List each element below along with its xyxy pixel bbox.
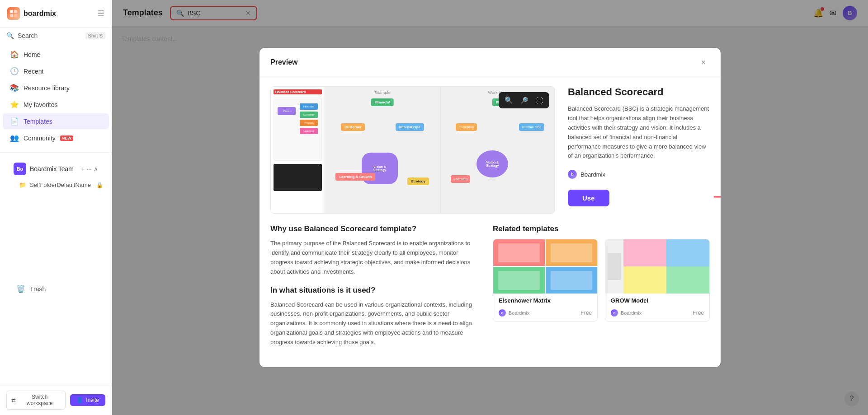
zoom-out-button[interactable]: 🔎 <box>518 94 530 107</box>
thumb-cell-1 <box>493 239 545 266</box>
favorites-icon: ⭐ <box>10 100 19 109</box>
folder-item[interactable]: 📁 SelfFolderDefaultName 🔒 <box>6 179 105 191</box>
trash-icon: 🗑️ <box>16 284 25 293</box>
learning-node: Learning & Growth <box>335 173 375 181</box>
preview-controls: 🔍 🔎 ⛶ <box>499 92 549 108</box>
thumb-cell-4 <box>546 267 597 294</box>
sidebar-item-resource-library[interactable]: 📚 Resource library <box>3 80 109 96</box>
strategy-node: Strategy <box>407 177 429 185</box>
related-title: Related templates <box>493 224 710 233</box>
grow-thumb-3 <box>623 266 666 294</box>
grow-left-panel <box>605 239 623 294</box>
sidebar-item-label: My favorites <box>24 101 57 108</box>
switch-label: Switch workspace <box>19 394 61 406</box>
modal-close-button[interactable]: × <box>697 56 710 69</box>
grow-footer: b Boardmix Free <box>605 305 709 321</box>
related-templates-section: Related templates <box>493 224 710 356</box>
template-description: Balanced Scorecard (BSC) is a strategic … <box>568 104 710 161</box>
eisenhower-free-badge: Free <box>580 310 592 316</box>
grow-thumb-4 <box>666 266 709 294</box>
sidebar-item-label: Resource library <box>24 84 70 92</box>
bsc-thumb-footer <box>274 164 322 191</box>
search-shortcut: Shift S <box>85 32 105 39</box>
workspace-add-icon[interactable]: + <box>81 165 85 173</box>
template-info: Balanced Scorecard Balanced Scorecard (B… <box>555 86 710 214</box>
fullscreen-button[interactable]: ⛶ <box>533 94 546 107</box>
work-internal-node: Internal Ops <box>519 123 544 131</box>
workspace-more-icon[interactable]: ··· <box>86 165 92 173</box>
switch-workspace-button[interactable]: ⇄ Switch workspace <box>6 391 66 410</box>
template-preview-area: 🔍 🔎 ⛶ Balanced Scorecard Vision <box>270 86 555 214</box>
svg-rect-2 <box>10 14 13 17</box>
folder-icon: 📁 <box>19 182 26 188</box>
home-icon: 🏠 <box>10 50 19 59</box>
community-new-badge: NEW <box>60 135 73 141</box>
template-title: Balanced Scorecard <box>568 86 710 98</box>
invite-icon: 👤 <box>76 397 83 403</box>
trash-label: Trash <box>30 285 46 293</box>
workspace-avatar: Bo <box>14 163 26 175</box>
bsc-thumb-title: Balanced Scorecard <box>274 89 322 94</box>
grow-author-name: Boardmix <box>621 310 642 316</box>
templates-icon: 📄 <box>10 117 19 126</box>
sidebar-collapse-button[interactable]: ☰ <box>97 9 104 19</box>
workspace-item[interactable]: Bo Boardmix Team + ··· ∧ <box>6 159 105 179</box>
grow-thumb-1 <box>623 239 666 266</box>
template-author: b Boardmix <box>568 170 710 179</box>
svg-rect-0 <box>10 10 13 13</box>
sidebar-navigation: 🏠 Home 🕒 Recent 📚 Resource library ⭐ My … <box>0 44 112 149</box>
sidebar-item-my-favorites[interactable]: ⭐ My favorites <box>3 97 109 112</box>
app-logo-area: boardmix ☰ <box>0 0 112 28</box>
invite-label: Invite <box>86 397 99 403</box>
sidebar-item-community[interactable]: 👥 Community NEW <box>3 130 109 146</box>
svg-rect-3 <box>14 14 17 17</box>
grow-author-info: b Boardmix <box>611 309 642 317</box>
bsc-example-panel: Example Financial Customer Internal Ops … <box>325 87 440 213</box>
modal-bottom-section: Why use Balanced Scorecard template? The… <box>259 214 721 367</box>
eisenhower-name: Eisenhower Matrix <box>493 294 597 305</box>
bsc-nodes: Financial Customer Internal Ops Vision &… <box>330 98 434 207</box>
sidebar-item-label: Templates <box>24 118 52 125</box>
thumb-cell-2 <box>546 239 597 266</box>
grow-free-badge: Free <box>693 310 704 316</box>
work-learning-node: Learning <box>451 175 470 183</box>
bsc-work-nodes: Financial Customer Internal Ops Vision &… <box>446 98 550 207</box>
folder-lock-icon: 🔒 <box>96 182 103 188</box>
grow-name: GROW Model <box>605 294 709 305</box>
search-trigger[interactable]: 🔍 Search Shift S <box>0 28 112 44</box>
sidebar-item-trash[interactable]: 🗑️ Trash <box>9 281 103 297</box>
work-customer-node: Customer <box>456 123 477 131</box>
invite-button[interactable]: 👤 Invite <box>70 394 105 406</box>
resource-library-icon: 📚 <box>10 84 19 92</box>
sidebar-item-label: Home <box>24 51 40 58</box>
arrow-indicator <box>713 191 721 205</box>
author-name: Boardmix <box>580 171 605 178</box>
app-name: boardmix <box>24 9 56 18</box>
workspace-actions: + ··· ∧ <box>81 165 98 173</box>
use-template-button[interactable]: Use <box>568 190 609 206</box>
grow-thumb-2 <box>666 239 709 266</box>
bsc-thumbnail-panel: Balanced Scorecard Vision Financial Cust… <box>271 87 325 213</box>
author-logo-icon: b <box>568 170 577 179</box>
workspace-collapse-icon[interactable]: ∧ <box>94 165 98 173</box>
related-card-grow[interactable]: GROW Model b Boardmix Free <box>605 239 710 322</box>
sidebar-item-templates[interactable]: 📄 Templates <box>3 113 109 129</box>
customer-node: Customer <box>341 123 365 131</box>
recent-icon: 🕒 <box>10 67 19 75</box>
related-card-eisenhower[interactable]: Eisenhower Matrix b Boardmix Free <box>493 239 598 322</box>
search-label: Search <box>18 32 38 39</box>
why-use-title: Why use Balanced Scorecard template? <box>270 224 475 233</box>
workspace-name: Boardmix Team <box>30 165 74 173</box>
work-vision-node: Vision & Strategy <box>476 150 508 177</box>
sidebar-item-home[interactable]: 🏠 Home <box>3 47 109 62</box>
eisenhower-author-info: b Boardmix <box>499 309 529 317</box>
thumb-cell-3 <box>493 267 545 294</box>
modal-top-section: 🔍 🔎 ⛶ Balanced Scorecard Vision <box>259 77 721 214</box>
why-use-body: The primary purpose of the Balanced Scor… <box>270 239 475 276</box>
bsc-thumb-diagram: Vision Financial Customer Process Learni… <box>274 98 322 161</box>
app-logo-icon <box>7 7 20 20</box>
zoom-in-button[interactable]: 🔍 <box>502 94 515 107</box>
search-icon: 🔍 <box>6 32 14 39</box>
switch-icon: ⇄ <box>11 397 16 403</box>
sidebar-item-recent[interactable]: 🕒 Recent <box>3 63 109 79</box>
